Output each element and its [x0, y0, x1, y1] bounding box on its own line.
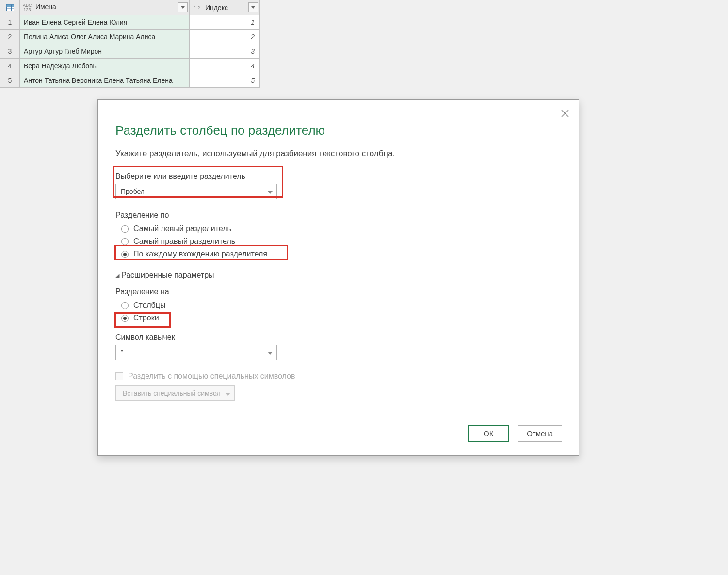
column-header-index[interactable]: 1.2 Индекс [190, 0, 260, 15]
close-icon[interactable] [559, 108, 571, 119]
quote-value: " [121, 349, 123, 356]
column-name-index: Индекс [205, 4, 228, 12]
radio-columns[interactable]: Столбцы [115, 299, 561, 312]
cell-names[interactable]: Полина Алиса Олег Алиса Марина Алиса [20, 30, 190, 44]
svg-rect-1 [6, 4, 14, 7]
cell-names[interactable]: Артур Артур Глеб Мирон [20, 44, 190, 59]
splitby-radio-group: Самый левый разделитель Самый правый раз… [115, 223, 561, 260]
radio-icon [121, 315, 129, 322]
cancel-label: Отмена [527, 430, 553, 438]
delimiter-label: Выберите или введите разделитель [115, 172, 561, 181]
radio-icon [121, 302, 129, 309]
checkbox-icon [115, 372, 123, 380]
dialog-buttons: ОК Отмена [468, 425, 562, 442]
radio-icon [121, 225, 129, 233]
insert-special-char-label: Вставить специальный символ [123, 389, 221, 397]
special-chars-checkbox[interactable]: Разделить с помощью специальных символов [115, 372, 561, 381]
ok-button[interactable]: ОК [468, 425, 509, 442]
cancel-button[interactable]: Отмена [518, 425, 562, 442]
delimiter-select[interactable]: Пробел [115, 184, 277, 199]
dialog-title: Разделить столбец по разделителю [115, 123, 561, 138]
row-number: 4 [0, 59, 20, 73]
quote-label: Символ кавычек [115, 333, 561, 342]
table-row[interactable]: 1 Иван Елена Сергей Елена Юлия 1 [0, 15, 260, 30]
radio-label: По каждому вхождению разделителя [133, 250, 267, 258]
row-number: 3 [0, 44, 20, 59]
type-icon-abc123: ABC 123 [23, 3, 32, 12]
cell-index[interactable]: 4 [190, 59, 260, 73]
radio-leftmost[interactable]: Самый левый разделитель [115, 223, 561, 235]
row-number: 5 [0, 73, 20, 88]
table-row[interactable]: 3 Артур Артур Глеб Мирон 3 [0, 44, 260, 59]
table-corner-icon[interactable] [0, 0, 20, 15]
cell-names[interactable]: Антон Татьяна Вероника Елена Татьяна Еле… [20, 73, 190, 88]
row-number: 2 [0, 30, 20, 44]
quote-select[interactable]: " [115, 345, 277, 360]
column-filter-button[interactable] [178, 2, 188, 12]
special-chars-label: Разделить с помощью специальных символов [128, 372, 295, 381]
splitby-label: Разделение по [115, 211, 561, 220]
radio-label: Самый правый разделитель [133, 237, 235, 246]
radio-label: Самый левый разделитель [133, 224, 231, 233]
column-filter-button[interactable] [248, 2, 258, 12]
cell-index[interactable]: 5 [190, 73, 260, 88]
radio-each-occurrence[interactable]: По каждому вхождению разделителя [115, 248, 561, 260]
splitinto-radio-group: Столбцы Строки [115, 299, 561, 324]
cell-index[interactable]: 2 [190, 30, 260, 44]
radio-label: Столбцы [133, 301, 165, 310]
radio-label: Строки [133, 314, 159, 322]
advanced-toggle[interactable]: ◢ Расширенные параметры [115, 271, 561, 280]
cell-names[interactable]: Вера Надежда Любовь [20, 59, 190, 73]
radio-rows[interactable]: Строки [115, 312, 561, 324]
cell-names[interactable]: Иван Елена Сергей Елена Юлия [20, 15, 190, 30]
table-row[interactable]: 4 Вера Надежда Любовь 4 [0, 59, 260, 73]
triangle-down-icon: ◢ [115, 272, 119, 279]
insert-special-char-button: Вставить специальный символ [115, 385, 235, 401]
radio-rightmost[interactable]: Самый правый разделитель [115, 235, 561, 248]
splitinto-label: Разделение на [115, 288, 561, 296]
radio-icon [121, 238, 129, 245]
type-icon-decimal: 1.2 [193, 6, 201, 10]
table-row[interactable]: 2 Полина Алиса Олег Алиса Марина Алиса 2 [0, 30, 260, 44]
chevron-down-icon [226, 389, 230, 397]
cell-index[interactable]: 1 [190, 15, 260, 30]
data-table: ABC 123 Имена 1.2 Индекс 1 Иван Елена Се… [0, 0, 260, 88]
radio-icon [121, 251, 129, 258]
cell-index[interactable]: 3 [190, 44, 260, 59]
delimiter-value: Пробел [121, 188, 145, 195]
table-row[interactable]: 5 Антон Татьяна Вероника Елена Татьяна Е… [0, 73, 260, 88]
split-column-dialog: Разделить столбец по разделителю Укажите… [97, 99, 579, 456]
ok-label: ОК [484, 430, 493, 438]
chevron-down-icon [268, 188, 273, 195]
column-header-names[interactable]: ABC 123 Имена [20, 0, 190, 15]
row-number: 1 [0, 15, 20, 30]
chevron-down-icon [268, 349, 273, 356]
advanced-title: Расширенные параметры [121, 271, 214, 280]
dialog-subtitle: Укажите разделитель, используемый для ра… [115, 149, 561, 159]
column-name-names: Имена [35, 3, 56, 11]
